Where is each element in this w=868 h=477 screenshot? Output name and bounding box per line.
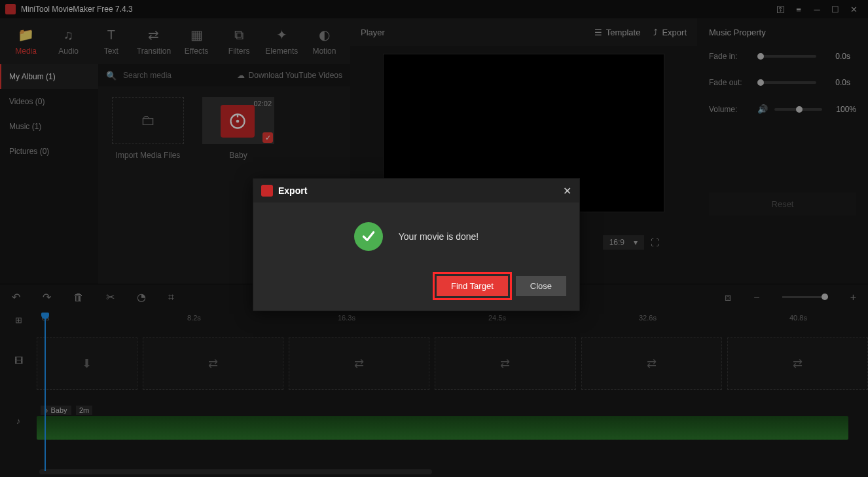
- dialog-title: Export: [278, 185, 563, 196]
- dialog-logo-icon: [261, 185, 273, 197]
- dialog-body: Your movie is done!: [253, 202, 579, 264]
- dialog-close-button[interactable]: Close: [516, 276, 566, 296]
- find-target-button[interactable]: Find Target: [437, 276, 508, 296]
- success-check-icon: [354, 222, 383, 251]
- dialog-close-icon[interactable]: ✕: [563, 185, 571, 197]
- export-dialog: Export ✕ Your movie is done! Find Target…: [253, 178, 580, 311]
- dialog-message: Your movie is done!: [399, 231, 479, 242]
- dialog-footer: Find Target Close: [253, 264, 579, 311]
- dialog-header: Export ✕: [253, 179, 579, 202]
